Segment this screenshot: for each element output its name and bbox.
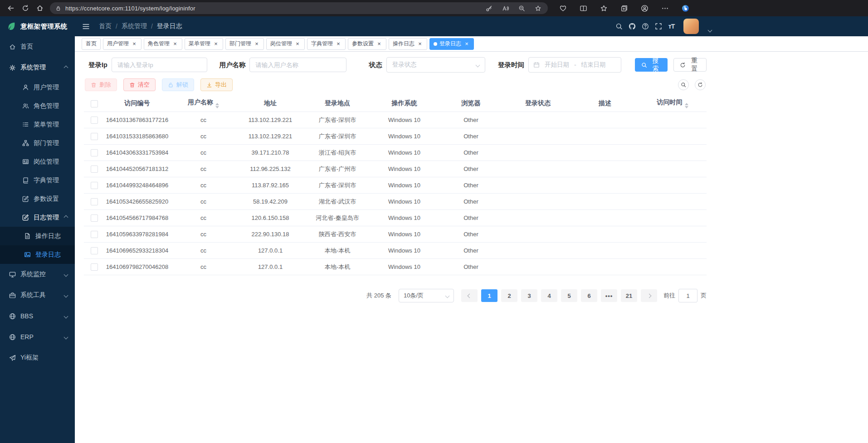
back-button[interactable]	[4, 2, 18, 15]
goto-page-input[interactable]	[678, 289, 697, 302]
tab-close-icon[interactable]: ×	[172, 41, 178, 47]
date-range-picker[interactable]: 开始日期 - 结束日期	[528, 57, 621, 73]
tab-close-icon[interactable]: ×	[463, 41, 470, 47]
page-button-4[interactable]: 4	[541, 289, 557, 302]
select-all-checkbox[interactable]	[91, 100, 98, 107]
sidebar-item-dept-mgmt[interactable]: 部门管理	[0, 134, 75, 152]
tab-home[interactable]: 首页	[82, 38, 101, 50]
tab-dict-mgmt[interactable]: 字典管理×	[307, 38, 346, 50]
export-button[interactable]: 导出	[200, 78, 233, 91]
tab-close-icon[interactable]: ×	[131, 41, 137, 47]
search-toggle-button[interactable]	[678, 79, 689, 90]
unlock-button[interactable]: 解锁	[162, 78, 194, 91]
github-icon[interactable]	[628, 23, 636, 30]
tab-param-settings[interactable]: 参数设置×	[348, 38, 386, 50]
sidebar-item-menu-mgmt[interactable]: 菜单管理	[0, 115, 75, 134]
header-search-icon[interactable]	[615, 23, 623, 30]
row-checkbox[interactable]	[91, 247, 98, 254]
tab-dept-mgmt[interactable]: 部门管理×	[225, 38, 264, 50]
page-button-5[interactable]: 5	[561, 289, 577, 302]
prev-page-button[interactable]	[461, 289, 478, 302]
avatar-dropdown-caret-icon[interactable]	[708, 26, 712, 33]
tab-close-icon[interactable]: ×	[335, 41, 341, 47]
sidebar-item-operation-log[interactable]: 操作日志	[0, 227, 75, 245]
font-size-icon[interactable]: тT	[668, 23, 675, 30]
favorite-star-icon[interactable]	[532, 3, 544, 13]
row-checkbox[interactable]	[91, 263, 98, 271]
tab-role-mgmt[interactable]: 角色管理×	[144, 38, 182, 50]
address-bar[interactable]: https://ccnetcore.com:1101/system/log/lo…	[50, 2, 548, 14]
sidebar-item-yi-framework[interactable]: Yi框架	[0, 347, 75, 368]
zoom-out-icon[interactable]	[515, 3, 528, 13]
sidebar-item-dict-mgmt[interactable]: 字典管理	[0, 171, 75, 190]
login-ip-input[interactable]	[112, 58, 208, 72]
page-button-1[interactable]: 1	[481, 289, 497, 302]
search-button[interactable]: 搜索	[635, 58, 668, 72]
reset-button[interactable]: 重置	[673, 58, 707, 72]
site-info-lock-icon[interactable]	[55, 5, 61, 11]
user-avatar[interactable]	[683, 19, 699, 34]
sidebar-item-role-mgmt[interactable]: 角色管理	[0, 97, 75, 115]
row-checkbox[interactable]	[91, 166, 98, 173]
sidebar-item-system-tools[interactable]: 系统工具	[0, 285, 75, 306]
tab-close-icon[interactable]: ×	[294, 41, 301, 47]
page-button-3[interactable]: 3	[521, 289, 537, 302]
tab-menu-mgmt[interactable]: 菜单管理×	[185, 38, 223, 50]
tab-user-mgmt[interactable]: 用户管理×	[103, 38, 141, 50]
column-header-visit-time[interactable]: 访问时间	[639, 95, 707, 112]
status-select[interactable]: 登录状态	[386, 57, 485, 73]
table-refresh-button[interactable]	[695, 79, 706, 90]
username-input[interactable]	[249, 58, 346, 72]
row-checkbox[interactable]	[91, 198, 98, 205]
sidebar-item-param-settings[interactable]: 参数设置	[0, 190, 75, 208]
read-aloud-icon[interactable]	[499, 3, 512, 13]
breadcrumb-item-system[interactable]: 系统管理	[122, 22, 147, 30]
more-pages-button[interactable]: •••	[601, 289, 617, 302]
sidebar-item-bbs[interactable]: BBS	[0, 306, 75, 326]
copilot-bing-icon[interactable]	[680, 2, 690, 14]
row-checkbox[interactable]	[91, 214, 98, 222]
column-header-username[interactable]: 用户名称	[170, 95, 237, 112]
browser-home-button[interactable]	[33, 2, 47, 15]
sort-carets-icon[interactable]	[215, 103, 219, 108]
row-checkbox[interactable]	[91, 117, 98, 124]
tab-close-icon[interactable]: ×	[213, 41, 219, 47]
browser-menu-icon[interactable]	[660, 2, 670, 14]
sidebar-item-home[interactable]: 首页	[0, 36, 75, 57]
page-button-6[interactable]: 6	[581, 289, 597, 302]
breadcrumb-item-home[interactable]: 首页	[99, 22, 112, 30]
row-checkbox[interactable]	[91, 133, 98, 140]
row-checkbox[interactable]	[91, 231, 98, 238]
url-text[interactable]: https://ccnetcore.com:1101/system/log/lo…	[65, 5, 483, 12]
tab-post-mgmt[interactable]: 岗位管理×	[266, 38, 305, 50]
delete-button[interactable]: 删除	[85, 78, 117, 91]
tab-close-icon[interactable]: ×	[376, 41, 382, 47]
sidebar-item-login-log[interactable]: 登录日志	[0, 245, 75, 264]
tab-operation-log[interactable]: 操作日志×	[389, 38, 427, 50]
sort-carets-icon[interactable]	[685, 103, 688, 108]
profile-avatar-icon[interactable]	[639, 2, 649, 14]
page-button-21[interactable]: 21	[621, 289, 637, 302]
tab-login-log[interactable]: 登录日志×	[429, 38, 474, 50]
split-screen-icon[interactable]	[578, 2, 588, 14]
browser-refresh-button[interactable]	[18, 2, 33, 15]
help-icon[interactable]	[641, 23, 649, 30]
sidebar-item-user-mgmt[interactable]: 用户管理	[0, 78, 75, 97]
collections-icon[interactable]	[619, 2, 629, 14]
tab-close-icon[interactable]: ×	[254, 41, 260, 47]
row-checkbox[interactable]	[91, 182, 98, 189]
sidebar-collapse-button[interactable]	[81, 21, 91, 31]
next-page-button[interactable]	[641, 289, 657, 302]
app-logo[interactable]: 意框架管理系统	[0, 16, 75, 36]
sidebar-item-erp[interactable]: ERP	[0, 326, 75, 347]
tab-close-icon[interactable]: ×	[417, 41, 423, 47]
favorites-icon[interactable]	[599, 2, 609, 14]
fullscreen-icon[interactable]	[654, 23, 662, 30]
clear-button[interactable]: 清空	[123, 78, 156, 91]
page-size-select[interactable]: 10条/页	[399, 289, 454, 302]
browser-essentials-icon[interactable]	[558, 2, 568, 14]
row-checkbox[interactable]	[91, 149, 98, 156]
sidebar-item-log-mgmt[interactable]: 日志管理	[0, 208, 75, 227]
sidebar-item-system-monitor[interactable]: 系统监控	[0, 264, 75, 285]
password-key-icon[interactable]	[483, 3, 495, 13]
